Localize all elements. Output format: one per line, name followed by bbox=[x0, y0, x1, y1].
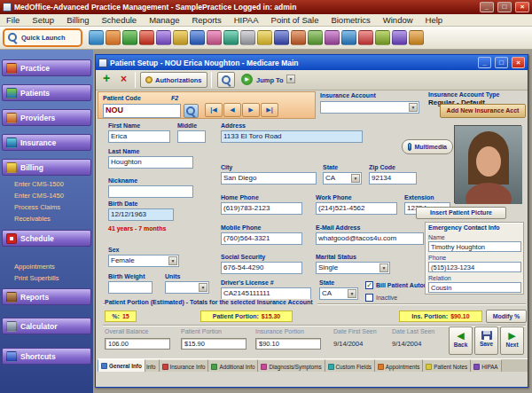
window-close-icon[interactable]: × bbox=[512, 57, 525, 68]
toolbar-icon[interactable] bbox=[308, 30, 323, 45]
jump-to-label[interactable]: Jump To bbox=[256, 76, 284, 84]
menu-help[interactable]: Help bbox=[419, 15, 450, 25]
patient-code-input[interactable]: NOU bbox=[103, 104, 181, 118]
toolbar-icon[interactable] bbox=[375, 30, 390, 45]
toolbar-icon[interactable] bbox=[106, 30, 121, 45]
app-close-icon[interactable]: × bbox=[515, 2, 529, 12]
inactive-checkbox[interactable] bbox=[365, 294, 373, 302]
next-button[interactable]: ▶ Next bbox=[500, 326, 524, 355]
first-name-input[interactable]: Erica bbox=[108, 130, 170, 143]
nav-first-icon[interactable]: |◀ bbox=[205, 103, 223, 117]
units-select[interactable]: ▼ bbox=[165, 281, 209, 294]
toolbar-icon[interactable] bbox=[291, 30, 306, 45]
city-input[interactable]: San Diego bbox=[221, 172, 317, 185]
address-input[interactable]: 1133 El Toro Road bbox=[221, 130, 363, 143]
tab-insurance-info[interactable]: Insurance Info bbox=[160, 359, 209, 372]
last-name-input[interactable]: Houghton bbox=[108, 156, 193, 169]
toolbar-icon[interactable] bbox=[358, 30, 373, 45]
tab-appointments[interactable]: Appointments bbox=[375, 359, 424, 372]
sidebar-item-billing[interactable]: Billing bbox=[2, 159, 91, 176]
toolbar-icon[interactable] bbox=[341, 30, 356, 45]
menu-biometrics[interactable]: Biometrics bbox=[325, 15, 376, 25]
toolbar-icon[interactable] bbox=[190, 30, 205, 45]
tab-general-info[interactable]: General Info bbox=[98, 359, 145, 372]
jump-to-icon[interactable]: ▶ bbox=[241, 74, 253, 85]
license-state-select[interactable]: CA ▼ bbox=[319, 287, 358, 300]
sidebar-link-enter-cms-1450[interactable]: Enter CMS-1450 bbox=[14, 192, 64, 200]
sidebar-link-print-superbills[interactable]: Print Superbills bbox=[14, 274, 59, 282]
menu-setup[interactable]: Setup bbox=[26, 15, 60, 25]
dropdown-arrow-icon[interactable]: ▼ bbox=[351, 174, 360, 183]
email-input[interactable]: whatgood@tacos4u.com bbox=[316, 232, 424, 245]
patient-search-button[interactable] bbox=[184, 104, 199, 118]
tab-patient-notes[interactable]: Patient Notes bbox=[423, 359, 471, 372]
drivers-license-input[interactable]: CA2145111111 bbox=[221, 287, 311, 300]
toolbar-icon[interactable] bbox=[89, 30, 104, 45]
ssn-input[interactable]: 676-54-4290 bbox=[221, 262, 302, 274]
sidebar-link-process-claims[interactable]: Process Claims bbox=[14, 203, 60, 211]
sidebar-link-enter-cms-1500[interactable]: Enter CMS-1500 bbox=[14, 180, 64, 188]
sidebar-link-receivables[interactable]: Receivables bbox=[14, 215, 51, 223]
menu-window[interactable]: Window bbox=[377, 15, 419, 25]
sidebar-item-calculator[interactable]: Calculator bbox=[2, 318, 91, 334]
menu-manage[interactable]: Manage bbox=[143, 15, 185, 25]
dropdown-arrow-icon[interactable]: ▼ bbox=[199, 283, 207, 292]
find-button[interactable] bbox=[217, 72, 235, 88]
emergency-relation-input[interactable]: Cousin bbox=[428, 282, 521, 293]
toolbar-icon[interactable] bbox=[325, 30, 340, 45]
modify-percent-button[interactable]: Modify % bbox=[486, 310, 527, 323]
toolbar-icon[interactable] bbox=[122, 30, 137, 45]
toolbar-icon[interactable] bbox=[156, 30, 171, 45]
jump-to-dropdown-arrow-icon[interactable]: ▼ bbox=[286, 75, 295, 83]
birth-date-input[interactable]: 12/12/1963 bbox=[108, 208, 174, 221]
tab-custom-fields[interactable]: Custom Fields bbox=[325, 359, 375, 372]
dropdown-arrow-icon[interactable]: ▼ bbox=[409, 103, 418, 112]
bill-automatically-checkbox[interactable]: ✓ bbox=[365, 281, 373, 289]
toolbar-icon[interactable] bbox=[139, 30, 154, 45]
toolbar-icon[interactable] bbox=[409, 30, 424, 45]
nav-next-icon[interactable]: ▶ bbox=[242, 103, 260, 117]
toolbar-icon[interactable] bbox=[223, 30, 239, 45]
emergency-phone-input[interactable]: (515)123-1234 bbox=[428, 262, 521, 272]
birth-weight-input[interactable] bbox=[108, 281, 153, 294]
tab-diagnosis-symptoms[interactable]: Diagnosis/Symptoms bbox=[258, 359, 325, 372]
sidebar-item-providers[interactable]: Providers bbox=[2, 109, 91, 126]
multimedia-button[interactable]: Multimedia bbox=[402, 139, 453, 154]
add-record-icon[interactable]: + bbox=[103, 71, 110, 85]
dropdown-arrow-icon[interactable]: ▼ bbox=[348, 289, 356, 298]
sidebar-item-patients[interactable]: Patients bbox=[2, 84, 91, 101]
sex-select[interactable]: Female ▼ bbox=[108, 255, 179, 267]
delete-record-icon[interactable]: × bbox=[121, 73, 127, 85]
menu-billing[interactable]: Billing bbox=[60, 15, 95, 25]
tab-additional-info[interactable]: Additional Info bbox=[208, 359, 258, 372]
sidebar-item-reports[interactable]: Reports bbox=[2, 288, 91, 305]
sidebar-item-insurance[interactable]: Insurance bbox=[2, 134, 91, 151]
menu-hipaa[interactable]: HIPAA bbox=[228, 15, 265, 25]
toolbar-icon[interactable] bbox=[274, 30, 289, 45]
window-maximize-icon[interactable]: □ bbox=[495, 57, 508, 68]
toolbar-icon[interactable] bbox=[392, 30, 407, 45]
mobile-phone-input[interactable]: (760)564-3321 bbox=[221, 232, 302, 245]
save-button[interactable]: Save bbox=[474, 326, 498, 355]
dropdown-arrow-icon[interactable]: ▼ bbox=[168, 256, 177, 265]
work-phone-input[interactable]: (214)521-4562 bbox=[316, 202, 397, 215]
app-maximize-icon[interactable]: □ bbox=[497, 2, 512, 12]
insurance-account-select[interactable]: ▼ bbox=[320, 101, 419, 114]
insert-patient-picture-button[interactable]: Insert Patient Picture bbox=[416, 207, 506, 219]
dropdown-arrow-icon[interactable]: ▼ bbox=[379, 263, 388, 272]
sidebar-item-practice[interactable]: Practice bbox=[2, 59, 91, 76]
toolbar-icon[interactable] bbox=[257, 30, 272, 45]
middle-input[interactable] bbox=[177, 130, 206, 143]
sidebar-link-appointments[interactable]: Appointments bbox=[14, 263, 55, 271]
home-phone-input[interactable]: (619)783-2123 bbox=[221, 202, 302, 215]
nav-last-icon[interactable]: ▶| bbox=[261, 103, 278, 117]
tab-hipaa[interactable]: HIPAA bbox=[471, 359, 501, 372]
toolbar-icon[interactable] bbox=[207, 30, 222, 45]
toolbar-icon[interactable] bbox=[173, 30, 188, 45]
emergency-name-input[interactable]: Timothy Houghton bbox=[428, 241, 521, 252]
state-select[interactable]: CA ▼ bbox=[323, 172, 362, 185]
menu-point-of-sale[interactable]: Point of Sale bbox=[265, 15, 325, 25]
toolbar-icon[interactable] bbox=[240, 30, 255, 45]
nickname-input[interactable] bbox=[108, 185, 193, 198]
app-minimize-icon[interactable]: _ bbox=[480, 2, 494, 12]
